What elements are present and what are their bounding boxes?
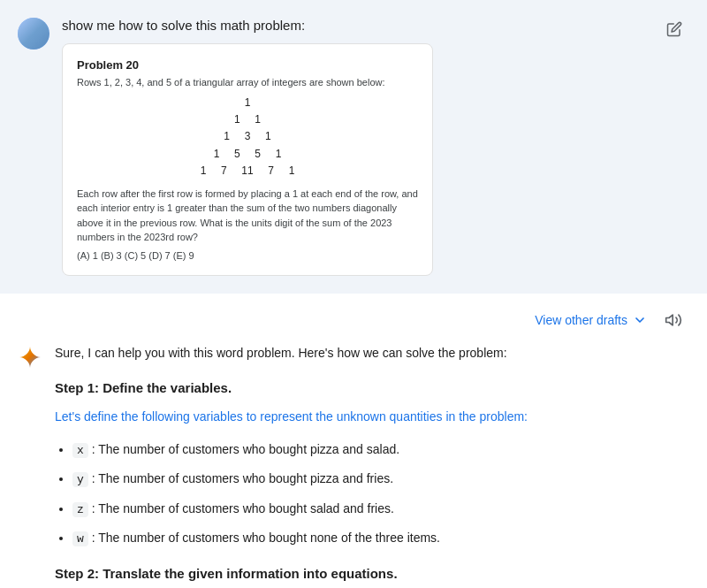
- var-w-code: w: [72, 531, 88, 546]
- response-section: View other drafts: [0, 294, 707, 588]
- view-drafts-label: View other drafts: [535, 313, 627, 327]
- problem-title: Problem 20: [77, 58, 418, 72]
- pascal-row-1: 1: [77, 95, 418, 111]
- svg-marker-0: [666, 315, 673, 325]
- var-x-text: : The number of customers who bought piz…: [92, 442, 399, 456]
- problem-options: (A) 1 (B) 3 (C) 5 (D) 7 (E) 9: [77, 250, 418, 261]
- list-item: x : The number of customers who bought p…: [72, 439, 686, 460]
- list-item: w : The number of customers who bought n…: [72, 528, 686, 548]
- var-x-code: x: [72, 443, 88, 458]
- var-y-text: : The number of customers who bought piz…: [92, 471, 393, 485]
- user-message: show me how to solve this math problem: …: [0, 0, 707, 294]
- avatar-image: [18, 18, 49, 50]
- response-body: Sure, I can help you with this word prob…: [18, 343, 686, 588]
- problem-subtitle: Rows 1, 2, 3, 4, and 5 of a triangular a…: [77, 77, 418, 88]
- problem-description: Each row after the first row is formed b…: [77, 187, 418, 245]
- sound-button[interactable]: [661, 308, 686, 332]
- step2-title: Step 2: Translate the given information …: [55, 563, 686, 585]
- user-prompt: show me how to solve this math problem:: [62, 18, 650, 33]
- edit-button[interactable]: [663, 18, 686, 41]
- pascal-row-2: 1 1: [77, 111, 418, 128]
- chevron-down-icon: [633, 313, 647, 327]
- response-header: View other drafts: [18, 308, 686, 332]
- response-content: Sure, I can help you with this word prob…: [55, 343, 686, 588]
- var-w-text: : The number of customers who bought non…: [92, 531, 440, 545]
- var-z-code: z: [72, 502, 88, 517]
- problem-card: Problem 20 Rows 1, 2, 3, 4, and 5 of a t…: [62, 43, 433, 276]
- list-item: z : The number of customers who bought s…: [72, 499, 686, 519]
- response-intro: Sure, I can help you with this word prob…: [55, 343, 686, 363]
- sound-icon: [665, 311, 682, 329]
- pascal-row-4: 1 5 5 1: [77, 146, 418, 163]
- var-y-code: y: [72, 472, 88, 487]
- avatar: [18, 18, 49, 50]
- var-z-text: : The number of customers who bought sal…: [92, 501, 394, 515]
- step1-desc: Let's define the following variables to …: [55, 407, 686, 427]
- pascal-row-5: 1 7 11 7 1: [77, 163, 418, 179]
- user-content: show me how to solve this math problem: …: [62, 18, 650, 276]
- list-item: y : The number of customers who bought p…: [72, 469, 686, 489]
- pascal-triangle: 1 1 1 1 3 1 1 5 5 1 1 7 11 7 1: [77, 95, 418, 179]
- step1-title: Step 1: Define the variables.: [55, 378, 686, 400]
- pascal-row-3: 1 3 1: [77, 128, 418, 145]
- gemini-icon: [18, 345, 42, 370]
- variables-list: x : The number of customers who bought p…: [72, 439, 686, 549]
- view-drafts-button[interactable]: View other drafts: [528, 309, 654, 331]
